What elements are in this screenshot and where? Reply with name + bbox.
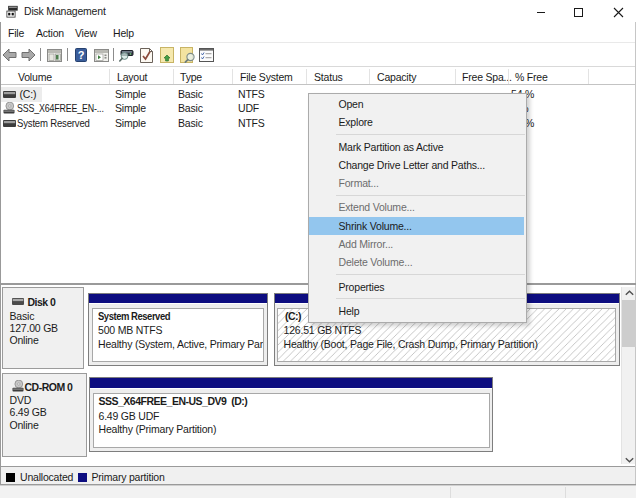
svg-text:?: ? (78, 49, 85, 61)
